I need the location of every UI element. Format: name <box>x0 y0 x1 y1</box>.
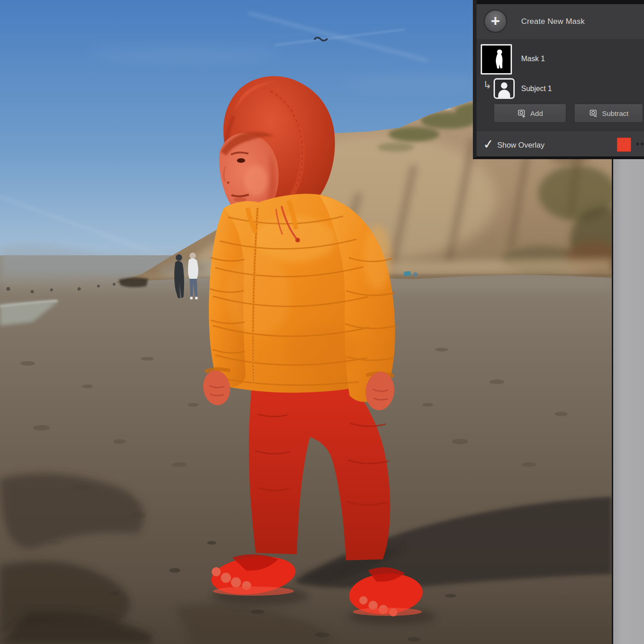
lightroom-masking-screen: + Create New Mask Mask 1 ↳ Subject 1 <box>0 0 644 644</box>
subject-1-thumbnail[interactable] <box>494 78 515 99</box>
ellipsis-icon[interactable] <box>636 143 644 145</box>
subtract-mask-icon <box>589 109 598 118</box>
subtract-button-label: Subtract <box>602 109 629 118</box>
checkmark-icon[interactable]: ✓ <box>483 136 494 152</box>
add-mask-button[interactable]: Add <box>494 104 566 123</box>
plus-icon: + <box>491 13 500 29</box>
person-bust-icon <box>495 80 513 98</box>
show-overlay-label[interactable]: Show Overlay <box>497 141 545 150</box>
mask-1-thumbnail[interactable] <box>481 44 512 75</box>
mask-1-label[interactable]: Mask 1 <box>521 55 545 63</box>
add-mask-icon <box>517 109 526 118</box>
create-new-mask-button[interactable]: + <box>483 9 507 33</box>
masks-panel: + Create New Mask Mask 1 ↳ Subject 1 <box>473 0 644 159</box>
subtract-mask-button[interactable]: Subtract <box>574 104 643 123</box>
add-button-label: Add <box>530 109 543 118</box>
nested-arrow-icon: ↳ <box>483 79 491 91</box>
overlay-color-swatch[interactable] <box>617 138 631 152</box>
panel-top-bar <box>473 0 644 4</box>
subject-1-label[interactable]: Subject 1 <box>521 85 552 93</box>
create-new-mask-label[interactable]: Create New Mask <box>521 17 585 26</box>
